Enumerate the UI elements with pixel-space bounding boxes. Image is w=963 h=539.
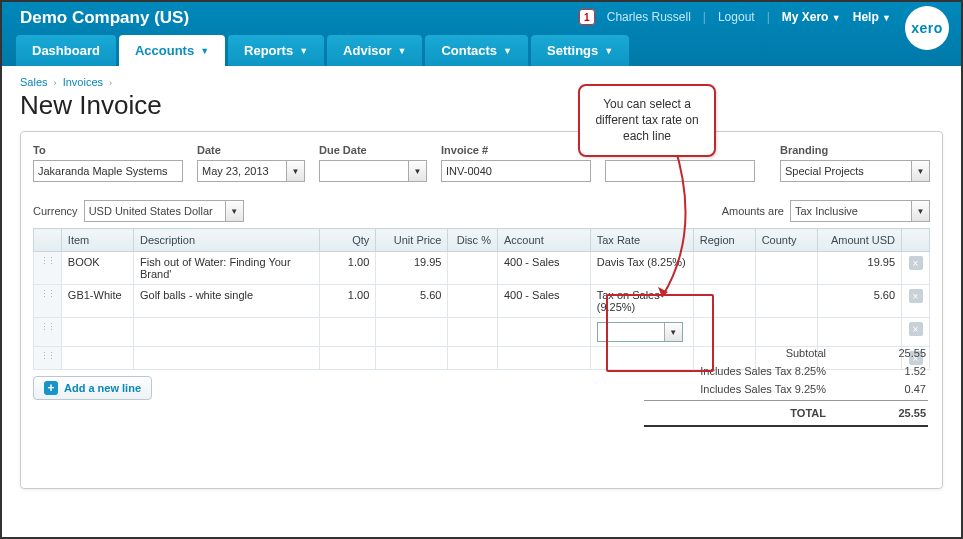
invoice-number-input[interactable]: INV-0040 (441, 160, 591, 182)
chevron-down-icon: ▼ (832, 13, 841, 23)
invoice-number-label: Invoice # (441, 144, 591, 156)
chevron-down-icon[interactable]: ▼ (286, 161, 304, 181)
cell-disc[interactable] (448, 285, 497, 318)
cell-tax-rate[interactable]: Davis Tax (8.25%) (590, 252, 693, 285)
cell-tax-rate[interactable]: Tax on Sales (9.25%) (590, 285, 693, 318)
tab-contacts[interactable]: Contacts ▼ (425, 35, 528, 66)
cell-county[interactable] (755, 252, 817, 285)
brand-logo: xero (905, 6, 949, 50)
subtotal-label: Subtotal (646, 347, 826, 359)
header-form-row: To Jakaranda Maple Systems Date May 23, … (33, 144, 930, 182)
tax2-label: Includes Sales Tax 9.25% (646, 383, 826, 395)
due-date-input[interactable]: ▼ (319, 160, 427, 182)
col-description[interactable]: Description (134, 229, 320, 252)
tax2-value: 0.47 (866, 383, 926, 395)
amounts-are-label: Amounts are (722, 205, 784, 217)
tax-rate-select[interactable]: ▼ (597, 322, 683, 342)
delete-row-icon[interactable]: × (909, 289, 923, 303)
table-row[interactable]: ⋮⋮ GB1-White Golf balls - white single 1… (34, 285, 930, 318)
cell-unit-price[interactable]: 5.60 (376, 285, 448, 318)
chevron-down-icon: ▼ (398, 46, 407, 56)
separator: | (767, 10, 770, 24)
col-item[interactable]: Item (61, 229, 133, 252)
main-nav-tabs: Dashboard Accounts ▼ Reports ▼ Advisor ▼… (16, 35, 632, 66)
col-region[interactable]: Region (693, 229, 755, 252)
logout-link[interactable]: Logout (718, 10, 755, 24)
reference-input[interactable] (605, 160, 755, 182)
cell-county[interactable] (755, 285, 817, 318)
due-date-label: Due Date (319, 144, 427, 156)
tab-reports[interactable]: Reports ▼ (228, 35, 324, 66)
col-tax-rate[interactable]: Tax Rate (590, 229, 693, 252)
tax1-label: Includes Sales Tax 8.25% (646, 365, 826, 377)
chevron-down-icon[interactable]: ▼ (911, 161, 929, 181)
delete-row-icon[interactable]: × (909, 256, 923, 270)
col-unit-price[interactable]: Unit Price (376, 229, 448, 252)
cell-region[interactable] (693, 252, 755, 285)
tab-advisor[interactable]: Advisor ▼ (327, 35, 422, 66)
currency-row: Currency USD United States Dollar▼ Amoun… (33, 200, 930, 222)
cell-account[interactable]: 400 - Sales (497, 285, 590, 318)
col-county[interactable]: County (755, 229, 817, 252)
total-label: TOTAL (646, 407, 826, 419)
separator: | (703, 10, 706, 24)
breadcrumb-sales[interactable]: Sales (20, 76, 48, 88)
cell-item[interactable]: BOOK (61, 252, 133, 285)
page-title: New Invoice (20, 90, 943, 121)
cell-unit-price[interactable]: 19.95 (376, 252, 448, 285)
currency-label: Currency (33, 205, 78, 217)
cell-item[interactable] (61, 318, 133, 347)
totals-block: Subtotal25.55 Includes Sales Tax 8.25%1.… (644, 344, 928, 427)
date-label: Date (197, 144, 305, 156)
to-input[interactable]: Jakaranda Maple Systems (33, 160, 183, 182)
plus-icon: + (44, 381, 58, 395)
tab-accounts[interactable]: Accounts ▼ (119, 35, 225, 66)
notification-badge[interactable]: 1 (579, 9, 595, 25)
annotation-callout: You can select a different tax rate on e… (578, 84, 716, 157)
col-disc[interactable]: Disc % (448, 229, 497, 252)
drag-handle-icon[interactable]: ⋮⋮ (34, 285, 62, 318)
delete-row-icon[interactable]: × (909, 322, 923, 336)
chevron-down-icon: ▼ (882, 13, 891, 23)
cell-description[interactable]: Fish out of Water: Finding Your Brand' (134, 252, 320, 285)
col-qty[interactable]: Qty (319, 229, 376, 252)
user-name-link[interactable]: Charles Russell (607, 10, 691, 24)
branding-select[interactable]: Special Projects▼ (780, 160, 930, 182)
breadcrumb-invoices[interactable]: Invoices (63, 76, 103, 88)
chevron-right-icon: › (109, 78, 112, 88)
drag-handle-icon[interactable]: ⋮⋮ (34, 318, 62, 347)
branding-label: Branding (780, 144, 930, 156)
chevron-down-icon[interactable]: ▼ (664, 323, 682, 341)
to-label: To (33, 144, 183, 156)
drag-handle-icon[interactable]: ⋮⋮ (34, 347, 62, 370)
chevron-down-icon[interactable]: ▼ (911, 201, 929, 221)
tab-settings[interactable]: Settings ▼ (531, 35, 629, 66)
chevron-down-icon: ▼ (299, 46, 308, 56)
help-menu[interactable]: Help ▼ (853, 10, 891, 24)
invoice-panel: To Jakaranda Maple Systems Date May 23, … (20, 131, 943, 489)
cell-qty[interactable]: 1.00 (319, 252, 376, 285)
my-xero-menu[interactable]: My Xero ▼ (782, 10, 841, 24)
amounts-are-select[interactable]: Tax Inclusive▼ (790, 200, 930, 222)
drag-handle-icon[interactable]: ⋮⋮ (34, 252, 62, 285)
cell-item[interactable]: GB1-White (61, 285, 133, 318)
top-bar: Demo Company (US) 1 Charles Russell | Lo… (2, 2, 961, 66)
col-account[interactable]: Account (497, 229, 590, 252)
cell-region[interactable] (693, 285, 755, 318)
chevron-down-icon[interactable]: ▼ (408, 161, 426, 181)
chevron-down-icon[interactable]: ▼ (225, 201, 243, 221)
tab-dashboard[interactable]: Dashboard (16, 35, 116, 66)
add-line-button[interactable]: + Add a new line (33, 376, 152, 400)
date-input[interactable]: May 23, 2013▼ (197, 160, 305, 182)
currency-select[interactable]: USD United States Dollar▼ (84, 200, 244, 222)
page-content: Sales › Invoices › New Invoice To Jakara… (2, 66, 961, 489)
table-row[interactable]: ⋮⋮ ▼ × (34, 318, 930, 347)
cell-description[interactable]: Golf balls - white single (134, 285, 320, 318)
cell-qty[interactable]: 1.00 (319, 285, 376, 318)
cell-amount: 19.95 (817, 252, 902, 285)
col-amount[interactable]: Amount USD (817, 229, 902, 252)
table-row[interactable]: ⋮⋮ BOOK Fish out of Water: Finding Your … (34, 252, 930, 285)
total-value: 25.55 (866, 407, 926, 419)
cell-account[interactable]: 400 - Sales (497, 252, 590, 285)
cell-disc[interactable] (448, 252, 497, 285)
